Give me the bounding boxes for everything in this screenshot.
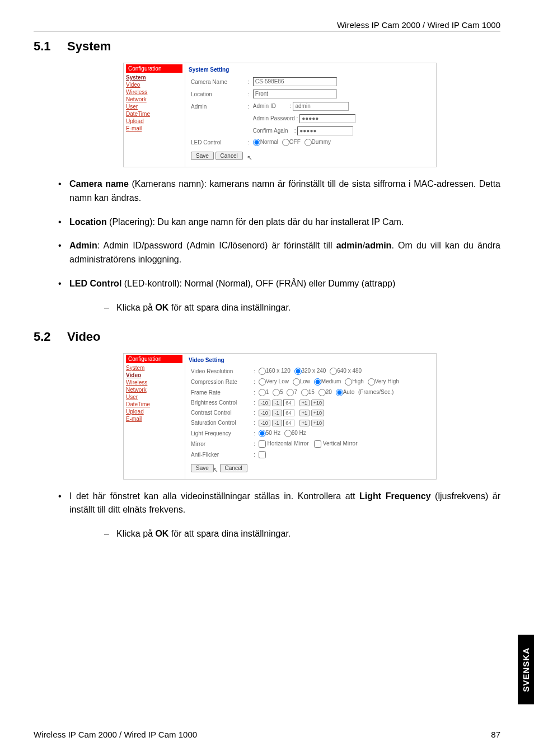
mirror-h-label: Horizontal Mirror bbox=[268, 440, 309, 447]
comp-med-label: Medium bbox=[321, 378, 341, 384]
compression-label: Compression Rate bbox=[190, 377, 251, 387]
bright-p10[interactable]: +10 bbox=[311, 400, 324, 406]
bullet-led-control: LED Control (LED-kontroll): Normal (Norm… bbox=[54, 277, 500, 325]
section-5-2-title: Video bbox=[67, 330, 101, 344]
nav2-video[interactable]: Video bbox=[126, 372, 182, 379]
nav-upload[interactable]: Upload bbox=[126, 118, 182, 125]
video-cancel-button[interactable]: Cancel bbox=[220, 464, 247, 472]
sat-m1[interactable]: -1 bbox=[272, 420, 282, 426]
nav2-email[interactable]: E-mail bbox=[126, 415, 182, 422]
lf-50-label: 50 Hz bbox=[266, 430, 280, 436]
res-640-radio[interactable] bbox=[330, 368, 337, 375]
comp-vlow-label: Very Low bbox=[266, 378, 289, 384]
nav2-upload[interactable]: Upload bbox=[126, 408, 182, 415]
mirror-v-check[interactable] bbox=[314, 440, 321, 448]
section-5-2-number: 5.2 bbox=[34, 330, 67, 344]
section-5-1-number: 5.1 bbox=[34, 39, 67, 54]
fr-5-radio[interactable] bbox=[273, 389, 280, 396]
section-5-1-heading: 5.1System bbox=[34, 39, 500, 54]
system-cancel-button[interactable]: Cancel bbox=[216, 152, 243, 160]
fr-1-radio[interactable] bbox=[259, 389, 266, 396]
nav-datetime[interactable]: DateTime bbox=[126, 110, 182, 118]
location-input[interactable]: Front bbox=[253, 90, 337, 98]
sub-bullet-ok-2: Klicka på OK för att spara dina inställn… bbox=[103, 527, 500, 541]
bright-p1[interactable]: +1 bbox=[299, 400, 310, 406]
led-off-label: OFF bbox=[289, 139, 301, 145]
contrast-val[interactable]: 64 bbox=[283, 410, 294, 416]
confirm-again-input[interactable]: ●●●●● bbox=[297, 126, 353, 135]
contrast-label: Contrast Control bbox=[190, 408, 251, 417]
lf-60-radio[interactable] bbox=[284, 430, 292, 437]
brightness-label: Brightness Control bbox=[190, 398, 251, 407]
led-normal-radio[interactable] bbox=[253, 139, 260, 146]
antiflicker-check[interactable] bbox=[259, 451, 266, 458]
video-save-button[interactable]: Save bbox=[191, 464, 214, 472]
nav-header: Configuration bbox=[126, 64, 182, 73]
bright-val[interactable]: 64 bbox=[283, 400, 294, 406]
comp-low-radio[interactable] bbox=[293, 378, 300, 386]
config-nav: Configuration System Video Wireless Netw… bbox=[124, 63, 185, 167]
nav-user[interactable]: User bbox=[126, 103, 182, 110]
comp-vhigh-radio[interactable] bbox=[368, 378, 375, 386]
admin-id-input[interactable]: admin bbox=[293, 102, 349, 111]
fr-7-radio[interactable] bbox=[287, 389, 294, 396]
res-160-radio[interactable] bbox=[259, 368, 266, 375]
fr-20-label: 20 bbox=[326, 389, 332, 395]
comp-vlow-radio[interactable] bbox=[259, 378, 266, 386]
framerate-label: Frame Rate bbox=[190, 388, 251, 397]
lf-50-radio[interactable] bbox=[259, 430, 266, 437]
antiflicker-label: Anti-Flicker bbox=[190, 450, 251, 459]
contrast-p1[interactable]: +1 bbox=[299, 410, 310, 416]
comp-high-radio[interactable] bbox=[345, 378, 352, 386]
nav-wireless[interactable]: Wireless bbox=[126, 88, 182, 96]
fr-20-radio[interactable] bbox=[318, 389, 326, 396]
mirror-v-label: Vertical Mirror bbox=[323, 440, 358, 447]
nav-network[interactable]: Network bbox=[126, 96, 182, 103]
sat-val[interactable]: 64 bbox=[283, 420, 294, 426]
fr-unit-label: (Frames/Sec.) bbox=[358, 389, 394, 395]
nav-video[interactable]: Video bbox=[126, 81, 182, 88]
nav2-network[interactable]: Network bbox=[126, 386, 182, 393]
saturation-label: Saturation Control bbox=[190, 419, 251, 428]
res-320-radio[interactable] bbox=[294, 368, 302, 375]
bright-m1[interactable]: -1 bbox=[272, 400, 282, 406]
led-control-label: LED Control bbox=[190, 138, 246, 147]
res-160-label: 160 x 120 bbox=[266, 368, 291, 374]
system-save-button[interactable]: Save bbox=[191, 152, 214, 160]
res-320-label: 320 x 240 bbox=[302, 368, 326, 374]
bullet-video-text: I det här fönstret kan alla videoinställ… bbox=[54, 490, 500, 551]
nav2-datetime[interactable]: DateTime bbox=[126, 401, 182, 408]
sub-bullet-ok-1: Klicka på OK för att spara dina inställn… bbox=[103, 301, 500, 315]
nav-system[interactable]: System bbox=[126, 74, 182, 81]
config-nav-2: Configuration System Video Wireless Netw… bbox=[124, 354, 185, 479]
confirm-again-label: Confirm Again bbox=[253, 128, 288, 134]
nav2-user[interactable]: User bbox=[126, 393, 182, 401]
contrast-p10[interactable]: +10 bbox=[311, 410, 324, 416]
led-off-radio[interactable] bbox=[282, 139, 289, 146]
nav2-system[interactable]: System bbox=[126, 364, 182, 372]
bullet-location: Location (Placering): Du kan ange namn f… bbox=[54, 215, 500, 240]
res-640-label: 640 x 480 bbox=[337, 368, 362, 374]
section-5-2-heading: 5.2Video bbox=[34, 330, 500, 344]
camera-name-input[interactable]: CS-598E86 bbox=[253, 77, 337, 86]
fr-15-radio[interactable] bbox=[301, 389, 308, 396]
bright-m10[interactable]: -10 bbox=[259, 400, 270, 406]
fr-auto-radio[interactable] bbox=[336, 389, 343, 396]
comp-med-radio[interactable] bbox=[314, 378, 321, 386]
nav-header-2: Configuration bbox=[126, 355, 182, 363]
section-5-1-title: System bbox=[67, 39, 111, 53]
header-title: Wireless IP Cam 2000 / Wired IP Cam 1000 bbox=[34, 20, 500, 30]
mirror-h-check[interactable] bbox=[259, 440, 266, 448]
resolution-label: Video Resolution bbox=[190, 367, 251, 376]
header-rule bbox=[34, 31, 500, 31]
system-panel-title: System Setting bbox=[189, 64, 433, 75]
led-dummy-radio[interactable] bbox=[305, 139, 312, 146]
nav-email[interactable]: E-mail bbox=[126, 125, 182, 132]
nav2-wireless[interactable]: Wireless bbox=[126, 379, 182, 386]
contrast-m1[interactable]: -1 bbox=[272, 410, 282, 416]
admin-password-input[interactable]: ●●●●● bbox=[299, 114, 355, 123]
contrast-m10[interactable]: -10 bbox=[259, 410, 270, 416]
sat-m10[interactable]: -10 bbox=[259, 420, 270, 426]
sat-p10[interactable]: +10 bbox=[311, 420, 324, 426]
sat-p1[interactable]: +1 bbox=[299, 420, 310, 426]
